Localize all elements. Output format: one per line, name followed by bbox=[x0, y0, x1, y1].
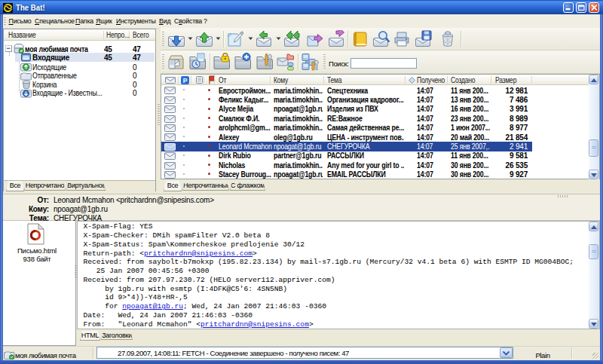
svg-text:P: P bbox=[183, 77, 188, 84]
